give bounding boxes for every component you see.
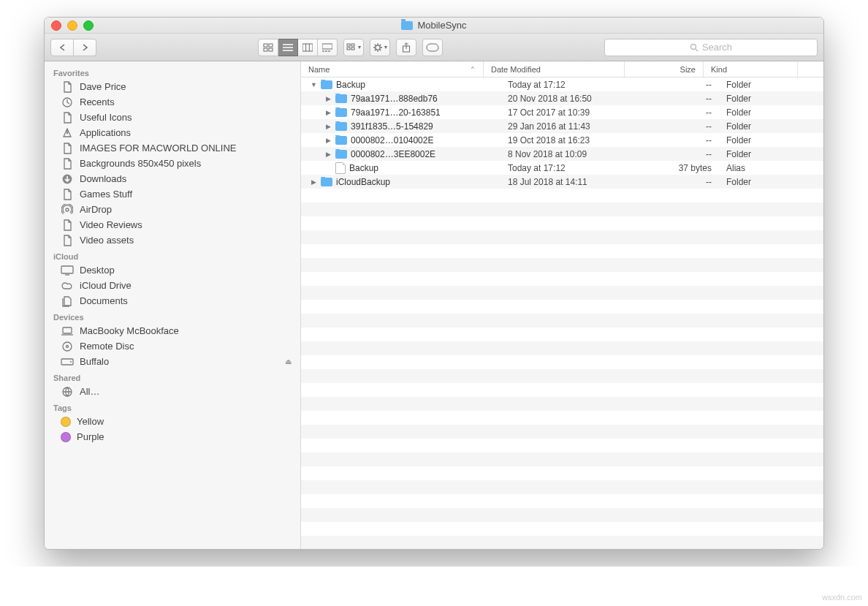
sidebar-item-favorites-4[interactable]: IMAGES FOR MACWORLD ONLINE (45, 140, 300, 156)
sidebar-item-favorites-5[interactable]: Backgrounds 850x450 pixels (45, 156, 300, 171)
sidebar-item-favorites-1[interactable]: Recents (45, 94, 300, 110)
action-button[interactable]: ▾ (370, 39, 390, 56)
sidebar-item-icloud-2[interactable]: Documents (45, 293, 300, 308)
folder-icon (335, 136, 347, 145)
file-kind: Folder (719, 135, 812, 145)
file-kind: Folder (719, 107, 812, 118)
disclosure-triangle[interactable]: ▶ (325, 137, 332, 144)
sidebar-item-label: All… (80, 386, 99, 397)
sidebar-item-label: MacBooky McBookface (80, 325, 179, 336)
sidebar-item-shared-0[interactable]: All… (45, 384, 300, 399)
column-header-name[interactable]: Name⌃ (301, 61, 484, 77)
view-gallery-button[interactable] (318, 39, 338, 56)
sidebar-item-label: Desktop (80, 265, 115, 276)
sidebar[interactable]: Favorites Dave PriceRecentsUseful IconsA… (45, 61, 301, 549)
sidebar-item-label: Purple (77, 431, 104, 442)
file-size: 37 bytes (641, 163, 719, 173)
disclosure-triangle[interactable]: ▼ (311, 81, 317, 88)
sidebar-item-favorites-10[interactable]: Video assets (45, 232, 300, 248)
sidebar-item-label: Games Stuff (80, 189, 132, 200)
sidebar-item-label: Downloads (80, 173, 126, 184)
file-row[interactable]: ▶79aa1971…20-16385117 Oct 2017 at 10:39-… (301, 105, 823, 119)
column-header-size[interactable]: Size (625, 61, 704, 77)
sidebar-item-label: Documents (80, 295, 128, 306)
file-name: Backup (349, 163, 378, 173)
svg-point-18 (66, 132, 68, 133)
arrange-button[interactable]: ▾ (343, 39, 364, 56)
sidebar-item-icloud-1[interactable]: iCloud Drive (45, 278, 300, 293)
svg-rect-9 (347, 44, 350, 46)
disclosure-triangle[interactable]: ▶ (325, 123, 332, 130)
share-button[interactable] (396, 39, 416, 56)
sidebar-item-favorites-0[interactable]: Dave Price (45, 79, 300, 94)
file-size: -- (641, 149, 719, 159)
file-row[interactable]: ▶391f1835…5-15482929 Jan 2016 at 11:43--… (301, 119, 823, 133)
back-button[interactable] (50, 39, 74, 56)
zoom-button[interactable] (83, 20, 94, 31)
sidebar-tag-1[interactable]: Purple (45, 429, 300, 444)
sidebar-item-label: Video Reviews (80, 219, 142, 230)
file-date: 29 Jan 2016 at 11:43 (500, 121, 641, 132)
view-column-button[interactable] (298, 39, 318, 56)
svg-rect-0 (264, 44, 267, 47)
documents-icon (61, 296, 74, 306)
file-name: 79aa1971…20-163851 (351, 107, 441, 118)
search-placeholder: Search (702, 42, 732, 53)
view-icon-button[interactable] (258, 39, 278, 56)
sidebar-item-label: iCloud Drive (80, 280, 132, 291)
sidebar-item-favorites-3[interactable]: Applications (45, 125, 300, 140)
sidebar-item-devices-1[interactable]: Remote Disc (45, 338, 300, 354)
sidebar-item-favorites-9[interactable]: Video Reviews (45, 217, 300, 232)
cloud-icon (61, 281, 74, 291)
column-header-kind[interactable]: Kind (704, 61, 798, 77)
search-field[interactable]: Search (604, 39, 818, 56)
file-row[interactable]: ▶79aa1971…888edb7620 Nov 2018 at 16:50--… (301, 91, 823, 105)
sidebar-tag-0[interactable]: Yellow (45, 414, 300, 429)
file-kind: Folder (719, 80, 812, 90)
close-button[interactable] (51, 20, 61, 31)
content-pane: Name⌃ Date Modified Size Kind ▼BackupTod… (301, 61, 823, 549)
file-row[interactable]: ▶iCloudBackup18 Jul 2018 at 14:11--Folde… (301, 175, 823, 189)
tag-color-icon (61, 432, 71, 442)
disclosure-triangle[interactable]: ▶ (311, 178, 317, 186)
titlebar[interactable]: MobileSync (45, 18, 823, 34)
doc-icon (61, 235, 74, 246)
sidebar-item-favorites-2[interactable]: Useful Icons (45, 110, 300, 125)
sidebar-item-devices-0[interactable]: MacBooky McBookface (45, 323, 300, 338)
sidebar-item-favorites-6[interactable]: Downloads (45, 171, 300, 186)
disclosure-triangle[interactable]: ▶ (325, 95, 332, 102)
desktop-icon (61, 265, 74, 276)
tags-button[interactable] (422, 39, 443, 56)
sidebar-item-label: Useful Icons (80, 112, 132, 123)
file-row[interactable]: BackupToday at 17:1237 bytesAlias (301, 161, 823, 175)
sidebar-item-label: IMAGES FOR MACWORLD ONLINE (80, 143, 237, 154)
column-header-date[interactable]: Date Modified (484, 61, 625, 77)
sidebar-item-devices-2[interactable]: Buffalo⏏ (45, 354, 300, 369)
sidebar-item-icloud-0[interactable]: Desktop (45, 262, 300, 278)
finder-window: MobileSync ▾ ▾ Search (44, 17, 824, 550)
folder-icon (321, 80, 332, 89)
view-list-button[interactable] (278, 39, 298, 56)
file-row[interactable]: ▶0000802…3EE8002E8 Nov 2018 at 10:09--Fo… (301, 147, 823, 161)
file-row[interactable]: ▼BackupToday at 17:12--Folder (301, 77, 823, 91)
file-size: -- (641, 121, 719, 132)
file-list[interactable]: ▼BackupToday at 17:12--Folder▶79aa1971…8… (301, 77, 823, 549)
tag-icon (426, 43, 439, 52)
disclosure-triangle[interactable]: ▶ (325, 109, 332, 116)
eject-icon[interactable]: ⏏ (285, 357, 292, 366)
file-date: 18 Jul 2018 at 14:11 (500, 177, 641, 187)
svg-rect-21 (61, 266, 73, 273)
globe-icon (61, 387, 74, 397)
sidebar-item-label: AirDrop (80, 204, 112, 215)
sidebar-item-favorites-8[interactable]: AirDrop (45, 202, 300, 217)
document-icon (335, 162, 346, 174)
minimize-button[interactable] (67, 20, 77, 31)
disc-icon (61, 341, 74, 352)
sidebar-item-favorites-7[interactable]: Games Stuff (45, 186, 300, 202)
file-row[interactable]: ▶0000802…0104002E19 Oct 2018 at 16:23--F… (301, 133, 823, 147)
file-name: Backup (336, 80, 365, 90)
forward-button[interactable] (74, 39, 96, 56)
gear-icon (373, 42, 383, 53)
disclosure-triangle[interactable]: ▶ (325, 151, 332, 158)
folder-icon (335, 94, 347, 103)
